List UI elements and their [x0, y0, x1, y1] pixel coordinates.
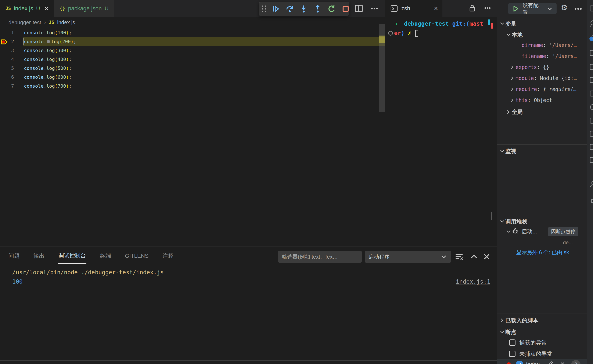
box-icon[interactable] — [589, 90, 593, 98]
remove-breakpoint-icon[interactable] — [559, 361, 566, 364]
editor-tab-index.js[interactable]: JS index.js U✕ — [0, 0, 54, 17]
debug-session-select[interactable]: 启动程序 — [365, 251, 451, 263]
section-breakpoints-header[interactable]: 断点 — [497, 327, 587, 337]
console-source-link[interactable]: index.js:1 — [456, 277, 490, 286]
files-icon[interactable] — [589, 5, 593, 13]
breakpoint-gutter[interactable] — [0, 37, 6, 46]
code-text[interactable]: console.log(400); — [23, 55, 385, 64]
list-icon[interactable] — [589, 63, 593, 72]
gear-icon[interactable]: ⚙ — [561, 4, 567, 11]
scope-global[interactable]: 全局 — [497, 107, 587, 117]
beaker-icon[interactable] — [589, 143, 593, 151]
breakpoint-gutter[interactable] — [0, 82, 6, 91]
scope-local[interactable]: 本地 — [497, 30, 587, 40]
checkbox-checked[interactable] — [516, 361, 523, 364]
chevron-down-icon[interactable] — [499, 21, 505, 26]
breadcrumb-folder[interactable]: debugger-test — [8, 20, 41, 26]
chevron-right-icon[interactable] — [509, 98, 515, 103]
chevron-right-icon[interactable] — [509, 65, 515, 70]
variable-this[interactable]: this: Object — [497, 95, 587, 105]
breakpoint-gutter[interactable] — [0, 28, 6, 37]
chevron-right-icon[interactable] — [509, 87, 515, 92]
debug-config-picker[interactable]: 没有配置 — [508, 3, 557, 14]
checkbox-unchecked[interactable] — [509, 339, 515, 346]
settings-icon[interactable] — [589, 197, 593, 206]
code-text[interactable]: console.log(100); — [23, 28, 385, 37]
more-actions-icon[interactable] — [370, 4, 379, 14]
panel-tab-注释[interactable]: 注释 — [162, 248, 174, 263]
show-more-frames-link[interactable]: 显示另外 6 个: 已由 sk — [516, 249, 569, 256]
chevron-down-icon[interactable] — [499, 329, 505, 335]
code-text[interactable]: console.log(500); — [23, 64, 385, 73]
code-text[interactable]: console.log(300); — [23, 46, 385, 55]
chevron-down-icon[interactable] — [499, 219, 505, 224]
close-tab-icon[interactable]: ✕ — [44, 6, 49, 12]
section-variables-header[interactable]: 变量 — [497, 19, 587, 29]
chevron-right-icon[interactable] — [505, 109, 512, 115]
checkbox-unchecked[interactable] — [509, 351, 515, 357]
command-decoration-icon[interactable] — [388, 31, 393, 36]
terminal-panel[interactable]: zsh ✕ → debugger-test git:(mast er) ✗ — [385, 0, 497, 247]
section-watch-header[interactable]: 监视 — [497, 146, 587, 156]
variable-__filename[interactable]: __filename: '/Users… — [497, 51, 587, 61]
sidebar-more-actions-icon[interactable] — [573, 4, 583, 14]
remote-icon[interactable] — [589, 76, 593, 85]
search-icon[interactable] — [589, 20, 593, 28]
exception-option-row[interactable]: 未捕获的异常 — [497, 349, 587, 359]
exception-option-row[interactable]: 捕获的异常 — [497, 338, 587, 348]
breakpoint-gutter[interactable] — [0, 46, 6, 55]
variable-require[interactable]: require: ƒ require(… — [497, 84, 587, 94]
inline-breakpoint-hint-icon[interactable] — [47, 40, 50, 43]
code-text[interactable]: console.log(600); — [23, 73, 385, 82]
edit-breakpoint-icon[interactable] — [547, 360, 554, 364]
chevron-down-icon[interactable] — [505, 32, 512, 38]
chevron-right-icon[interactable] — [499, 318, 505, 323]
variable-module[interactable]: module: Module {id:… — [497, 73, 587, 83]
start-debug-icon[interactable] — [512, 5, 520, 13]
terminal-tab-zsh[interactable]: zsh ✕ — [385, 0, 442, 17]
maximize-panel-icon[interactable] — [469, 252, 479, 262]
panel-tab-调试控制台[interactable]: 调试控制台 — [58, 248, 86, 264]
breakpoint-row[interactable]: index 2 — [497, 359, 587, 364]
step-out-button[interactable] — [313, 4, 322, 13]
chevron-down-icon[interactable] — [505, 229, 512, 234]
breakpoint-gutter[interactable] — [0, 73, 6, 82]
panel-tab-输出[interactable]: 输出 — [33, 248, 45, 263]
more-actions-icon[interactable] — [483, 4, 492, 13]
code-text[interactable]: console.log(200); — [23, 37, 385, 46]
code-editor[interactable]: 1 console.log(100); 2 console.log(200); … — [0, 28, 385, 91]
editor-tab-package.json[interactable]: {} package.json U — [54, 0, 114, 17]
toolbar-drag-handle-icon[interactable] — [262, 6, 266, 12]
breakpoint-gutter[interactable] — [0, 55, 6, 64]
breakpoint-gutter[interactable] — [0, 64, 6, 73]
account-icon[interactable] — [589, 180, 593, 189]
lock-icon[interactable] — [468, 4, 476, 13]
breadcrumb[interactable]: debugger-test › JS index.js — [0, 17, 385, 28]
clock-icon[interactable] — [589, 103, 593, 112]
variable-exports[interactable]: exports: {} — [497, 62, 587, 72]
window-icon[interactable] — [589, 130, 593, 138]
more-icon[interactable] — [589, 156, 593, 165]
code-text[interactable]: console.log(700); — [23, 82, 385, 91]
continue-button[interactable] — [271, 4, 280, 13]
panel-tab-终端[interactable]: 终端 — [99, 248, 112, 263]
close-panel-icon[interactable] — [482, 252, 491, 262]
clear-console-icon[interactable] — [455, 252, 464, 262]
restart-button[interactable] — [327, 4, 336, 13]
terminal-scrollbar[interactable] — [491, 212, 492, 220]
breadcrumb-file[interactable]: index.js — [57, 20, 75, 26]
run-debug-icon[interactable] — [589, 34, 593, 43]
chevron-right-icon[interactable] — [509, 76, 515, 81]
split-editor-icon[interactable] — [354, 4, 363, 14]
bug-icon[interactable] — [589, 49, 593, 58]
show-more-row[interactable]: 显示另外 6 个: 已由 sk — [497, 247, 587, 257]
stop-button[interactable] — [341, 4, 350, 13]
comment-icon[interactable] — [589, 117, 593, 125]
section-callstack-header[interactable]: 调用堆栈 — [497, 216, 587, 227]
chevron-down-icon[interactable] — [499, 148, 505, 154]
step-into-button[interactable] — [299, 4, 308, 13]
console-input-chevron[interactable]: › — [6, 361, 8, 364]
stack-frame-row[interactable]: de... — [497, 237, 587, 248]
step-over-button[interactable] — [285, 4, 294, 13]
callstack-session-row[interactable]: 启动...因断点暂停 — [497, 227, 587, 237]
